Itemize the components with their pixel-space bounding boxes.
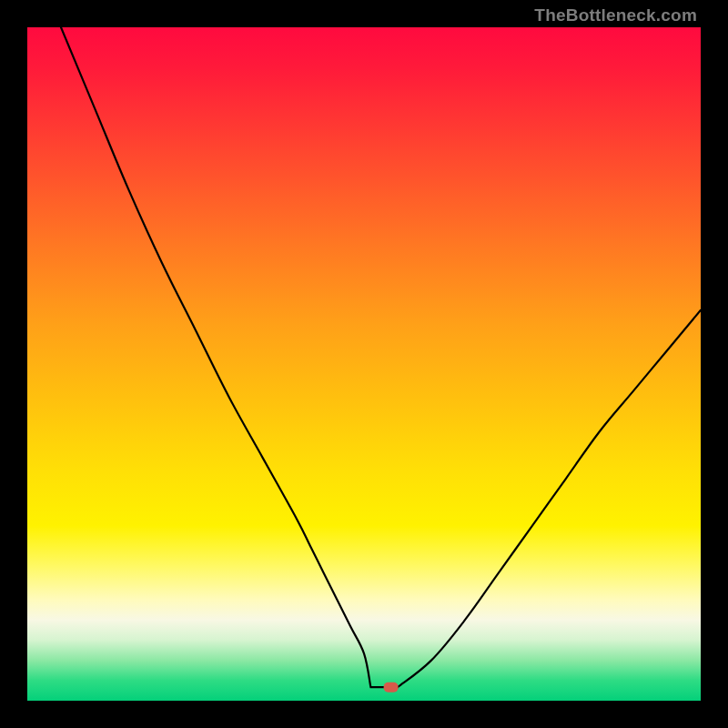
chart-container: TheBottleneck.com — [0, 0, 728, 728]
bottleneck-curve — [61, 27, 701, 690]
watermark-text: TheBottleneck.com — [534, 5, 697, 25]
optimal-marker — [384, 682, 399, 693]
curve-svg — [27, 27, 701, 701]
plot-area — [27, 27, 701, 701]
